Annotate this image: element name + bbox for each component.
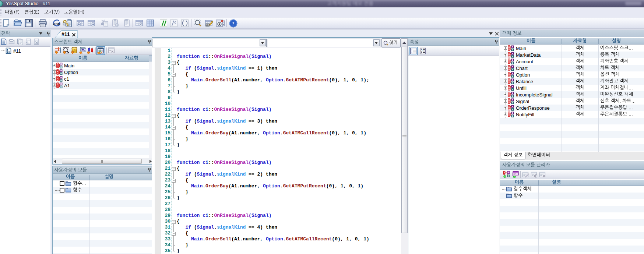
svg-text:A: A — [421, 48, 423, 51]
svg-text:Z: Z — [421, 51, 423, 54]
svg-text:?: ? — [232, 21, 235, 27]
svg-text:OK: OK — [206, 24, 210, 27]
svg-text:ABC: ABC — [53, 22, 60, 26]
